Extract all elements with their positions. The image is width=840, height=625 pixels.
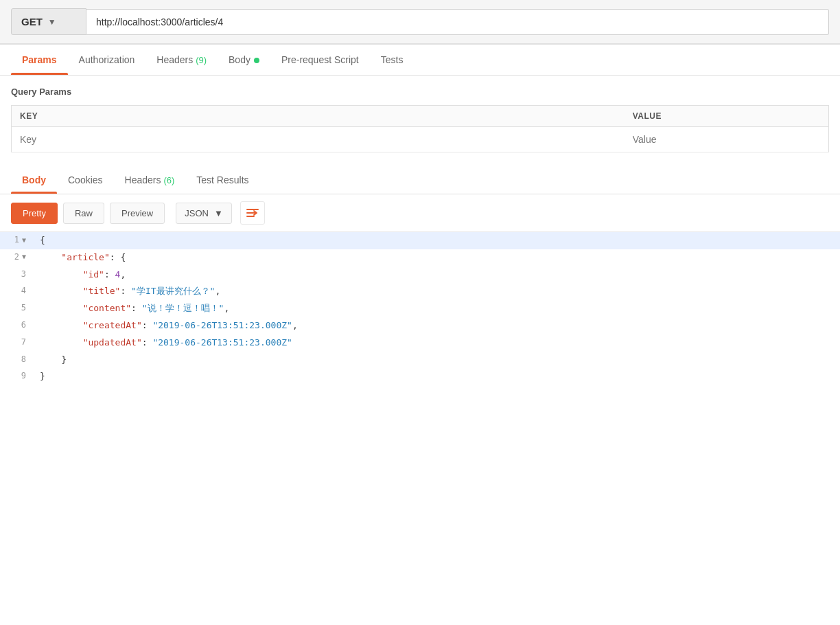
code-line-7: 7 "updatedAt": "2019-06-26T13:51:23.000Z… — [0, 334, 840, 352]
line-num-9: 9 — [0, 368, 34, 384]
wrap-icon — [246, 207, 259, 219]
resp-tab-headers-label: Headers — [125, 174, 164, 185]
line-content-9: } — [34, 368, 51, 385]
json-chevron-icon: ▼ — [214, 208, 223, 218]
method-select[interactable]: GET ▼ — [11, 8, 86, 35]
tab-body[interactable]: Body — [218, 45, 270, 75]
tab-tests[interactable]: Tests — [370, 45, 415, 75]
line-num-7: 7 — [0, 334, 34, 350]
chevron-down-icon: ▼ — [48, 17, 56, 27]
value-column-header: VALUE — [625, 106, 829, 127]
query-params-section: Query Params KEY VALUE — [0, 76, 840, 152]
url-bar: GET ▼ — [0, 0, 840, 45]
tab-headers[interactable]: Headers (9) — [145, 45, 218, 75]
line-content-5: "content": "说！学！逗！唱！", — [34, 300, 235, 317]
code-line-9: 9 } — [0, 368, 840, 385]
code-line-2: 2 ▼ "article": { — [0, 249, 840, 266]
format-bar: Pretty Raw Preview JSON ▼ — [0, 194, 840, 232]
tab-authorization-label: Authorization — [79, 54, 135, 65]
code-line-4: 4 "title": "学IT最讲究什么？", — [0, 283, 840, 300]
resp-headers-badge: (6) — [163, 175, 174, 185]
url-input[interactable] — [86, 9, 829, 35]
line-content-2: "article": { — [34, 249, 131, 266]
value-input[interactable] — [633, 134, 820, 145]
raw-button[interactable]: Raw — [63, 203, 104, 224]
query-params-title: Query Params — [11, 87, 829, 97]
method-label: GET — [21, 16, 43, 27]
tab-prerequest[interactable]: Pre-request Script — [270, 45, 370, 75]
json-format-select[interactable]: JSON ▼ — [176, 203, 232, 224]
line-content-8: } — [34, 352, 72, 369]
resp-tab-cookies[interactable]: Cookies — [57, 166, 114, 194]
pretty-button[interactable]: Pretty — [11, 203, 58, 224]
line-content-3: "id": 4, — [34, 266, 131, 284]
key-input[interactable] — [20, 134, 616, 145]
line-num-6: 6 — [0, 317, 34, 333]
value-cell[interactable] — [625, 127, 829, 152]
headers-badge: (9) — [196, 55, 207, 65]
resp-tab-headers[interactable]: Headers (6) — [114, 166, 186, 194]
tab-prerequest-label: Pre-request Script — [281, 54, 359, 65]
code-line-6: 6 "createdAt": "2019-06-26T13:51:23.000Z… — [0, 317, 840, 334]
line-num-8: 8 — [0, 352, 34, 367]
table-row — [12, 127, 829, 152]
params-table: KEY VALUE — [11, 105, 829, 152]
line-content-7: "updatedAt": "2019-06-26T13:51:23.000Z" — [34, 334, 298, 352]
request-tabs: Params Authorization Headers (9) Body Pr… — [0, 45, 840, 76]
resp-tab-body[interactable]: Body — [11, 166, 57, 194]
code-line-3: 3 "id": 4, — [0, 266, 840, 284]
wrap-button[interactable] — [240, 201, 265, 225]
line-content-6: "createdAt": "2019-06-26T13:51:23.000Z", — [34, 317, 303, 334]
line-content-1: { — [34, 232, 51, 249]
line-content-4: "title": "学IT最讲究什么？", — [34, 283, 226, 300]
code-line-8: 8 } — [0, 352, 840, 369]
tab-tests-label: Tests — [381, 54, 404, 65]
tab-params[interactable]: Params — [11, 45, 68, 75]
resp-tab-testresults[interactable]: Test Results — [185, 166, 259, 194]
code-line-5: 5 "content": "说！学！逗！唱！", — [0, 300, 840, 317]
tab-headers-label: Headers — [156, 54, 196, 65]
preview-button[interactable]: Preview — [110, 203, 165, 224]
response-tabs: Body Cookies Headers (6) Test Results — [0, 166, 840, 194]
key-column-header: KEY — [12, 106, 625, 127]
tab-params-label: Params — [22, 54, 57, 65]
code-viewer: 1 ▼ { 2 ▼ "article": { 3 "id": 4, 4 "tit… — [0, 232, 840, 385]
code-line-1: 1 ▼ { — [0, 232, 840, 249]
tab-authorization[interactable]: Authorization — [68, 45, 146, 75]
resp-tab-cookies-label: Cookies — [68, 174, 103, 185]
body-dot-icon — [254, 58, 259, 63]
line-num-4: 4 — [0, 283, 34, 299]
resp-tab-testresults-label: Test Results — [196, 174, 248, 185]
tab-body-label: Body — [229, 54, 250, 65]
key-cell[interactable] — [12, 127, 625, 152]
line-num-5: 5 — [0, 300, 34, 316]
line-num-2: 2 ▼ — [0, 249, 34, 265]
line-num-3: 3 — [0, 266, 34, 282]
json-format-label: JSON — [185, 208, 209, 218]
line-num-1: 1 ▼ — [0, 232, 34, 248]
resp-tab-body-label: Body — [22, 174, 46, 185]
